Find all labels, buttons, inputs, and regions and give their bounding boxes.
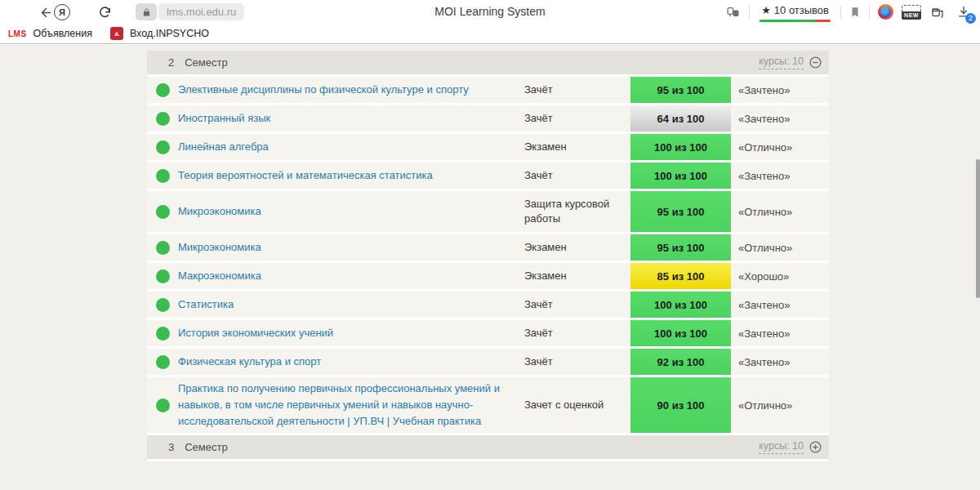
page-title: MOI Learning System: [434, 5, 545, 18]
grade-text: «Зачтено»: [731, 84, 829, 96]
extension-new-tab-icon[interactable]: NEW: [902, 5, 921, 20]
status-dot-icon: [156, 241, 170, 255]
downloads-count-badge: 2: [965, 13, 976, 24]
extension-globe-icon: [880, 7, 891, 17]
yandex-home-button[interactable]: Я: [52, 2, 72, 22]
plus-circle-icon: [808, 440, 822, 454]
toolbar-right-icons: ★ 10 отзывов NEW 2: [725, 0, 980, 24]
site-reviews-button[interactable]: ★ 10 отзывов: [758, 2, 832, 22]
course-row: СтатистикаЗачёт100 из 100«Зачтено»: [147, 292, 829, 320]
downloads-button[interactable]: 2: [954, 2, 973, 22]
course-row: Практика по получению первичных професси…: [147, 377, 829, 435]
bookmark-item-inpsycho[interactable]: ▲ Вход.INPSYCHO: [110, 27, 209, 40]
assessment-type: Зачёт: [524, 111, 630, 126]
course-row: МикроэкономикаЗащита курсовой работы95 и…: [147, 191, 829, 234]
score-badge: 64 из 100: [630, 105, 731, 131]
assessment-type: Экзамен: [524, 240, 630, 255]
assessment-type: Экзамен: [524, 269, 630, 283]
course-link[interactable]: Статистика: [178, 296, 524, 313]
course-row: МикроэкономикаЭкзамен95 из 100«Отлично»: [147, 234, 829, 263]
lms-favicon: LMS: [8, 29, 27, 38]
toolbar-separator: [749, 6, 750, 19]
score-badge: 100 из 100: [630, 320, 731, 346]
grade-text: «Отлично»: [731, 399, 829, 412]
expand-semester-button[interactable]: [808, 440, 822, 454]
share-protect-button[interactable]: [725, 5, 741, 19]
semester-label: Семестр: [185, 441, 227, 453]
refresh-icon: [98, 6, 112, 20]
status-dot-icon: [156, 205, 170, 219]
protect-icon: [725, 5, 741, 19]
bookmark-label: Объявления: [33, 28, 92, 39]
score-badge: 100 из 100: [630, 292, 731, 318]
yandex-logo-icon: Я: [54, 4, 70, 20]
course-link[interactable]: Элективные дисциплины по физической куль…: [178, 82, 524, 98]
semester-number: 3: [168, 441, 174, 453]
assessment-type: Зачёт: [524, 354, 630, 369]
assessment-type: Зачёт: [524, 168, 630, 183]
course-row: История экономических ученийЗачёт100 из …: [147, 320, 829, 349]
semester-3-header: 3 Семестр курсы: 10: [147, 435, 829, 461]
score-badge: 100 из 100: [630, 134, 731, 160]
grade-text: «Зачтено»: [731, 356, 829, 368]
url-text[interactable]: lms.moi.edu.ru: [158, 3, 244, 20]
course-row: Теория вероятностей и математическая ста…: [147, 163, 829, 191]
ssl-lock-chip[interactable]: [136, 3, 157, 20]
collections-button[interactable]: [929, 5, 946, 20]
course-link[interactable]: Практика по получению первичных професси…: [178, 381, 524, 430]
grade-text: «Зачтено»: [731, 113, 829, 125]
status-dot-icon: [156, 298, 170, 312]
inpsycho-favicon: ▲: [110, 27, 123, 40]
course-row: Иностранный языкЗачёт64 из 100«Зачтено»: [147, 105, 829, 134]
assessment-type: Экзамен: [524, 140, 630, 154]
grade-text: «Хорошо»: [731, 270, 829, 283]
browser-toolbar: Я lms.moi.edu.ru MOI Learning System ★ 1…: [0, 0, 980, 24]
course-row: Физическая культура и спортЗачёт92 из 10…: [147, 349, 829, 377]
collapse-semester-button[interactable]: [808, 56, 822, 69]
vertical-scrollbar[interactable]: [976, 159, 980, 298]
score-badge: 92 из 100: [630, 349, 731, 375]
status-dot-icon: [156, 327, 170, 341]
course-row: МакроэкономикаЭкзамен85 из 100«Хорошо»: [147, 263, 829, 292]
grades-table: 2 Семестр курсы: 10 Элективные дисциплин…: [147, 51, 829, 461]
reviews-label: 10 отзывов: [774, 4, 829, 16]
collections-icon: [929, 5, 946, 20]
course-link[interactable]: Микроэкономика: [178, 203, 524, 220]
bookmark-flag-icon: [849, 6, 861, 19]
score-badge: 95 из 100: [630, 77, 731, 103]
score-badge: 85 из 100: [630, 263, 731, 289]
bookmark-item-announcements[interactable]: LMS Объявления: [8, 28, 92, 39]
status-dot-icon: [156, 169, 170, 183]
course-link[interactable]: Линейная алгебра: [178, 139, 524, 155]
bookmark-label: Вход.INPSYCHO: [130, 28, 209, 39]
course-link[interactable]: Физическая культура и спорт: [178, 354, 524, 370]
extension-browser-icon[interactable]: [878, 4, 893, 20]
status-dot-icon: [156, 83, 170, 97]
address-bar[interactable]: lms.moi.edu.ru: [136, 3, 244, 20]
refresh-button[interactable]: [95, 2, 114, 22]
score-badge: 95 из 100: [630, 234, 731, 261]
status-dot-icon: [156, 270, 170, 283]
assessment-type: Зачет с оценкой: [524, 398, 630, 412]
course-link[interactable]: История экономических учений: [178, 325, 524, 341]
grade-text: «Отлично»: [731, 141, 829, 154]
new-badge: NEW: [902, 11, 921, 20]
course-row: Элективные дисциплины по физической куль…: [147, 77, 829, 105]
assessment-type: Зачёт: [524, 82, 630, 97]
courses-count-link[interactable]: курсы: 10: [759, 56, 804, 69]
grade-text: «Зачтено»: [731, 170, 829, 182]
course-link[interactable]: Теория вероятностей и математическая ста…: [178, 167, 524, 184]
bookmark-button[interactable]: [849, 6, 861, 19]
score-badge: 95 из 100: [630, 191, 731, 232]
grade-text: «Зачтено»: [731, 299, 829, 311]
course-link[interactable]: Микроэкономика: [178, 239, 524, 256]
assessment-type: Зачёт: [524, 297, 630, 312]
course-link[interactable]: Иностранный язык: [178, 110, 524, 127]
lms-page: 2 Семестр курсы: 10 Элективные дисциплин…: [0, 45, 980, 490]
courses-count-link[interactable]: курсы: 10: [759, 440, 804, 454]
score-badge: 100 из 100: [630, 163, 731, 189]
rating-bar: [760, 20, 831, 22]
grade-text: «Отлично»: [731, 242, 829, 254]
course-row: Линейная алгебраЭкзамен100 из 100«Отличн…: [147, 134, 829, 163]
course-link[interactable]: Макроэкономика: [178, 268, 524, 284]
